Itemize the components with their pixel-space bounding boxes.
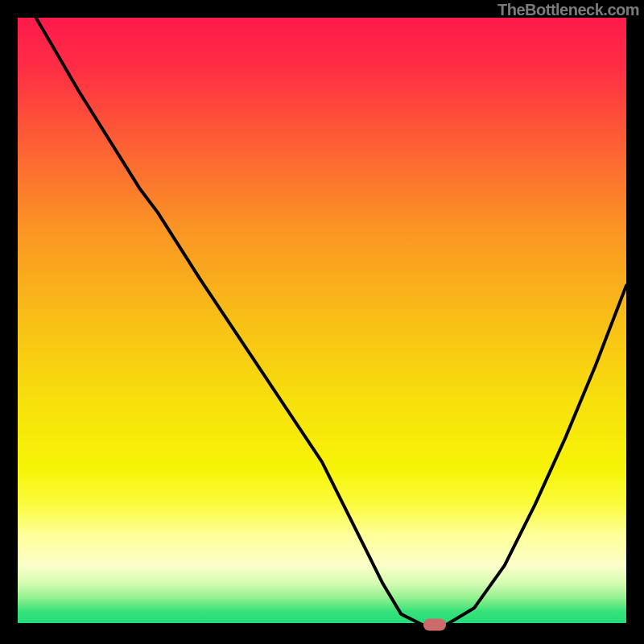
chart-canvas (18, 18, 626, 626)
attribution-label: TheBottleneck.com (497, 1, 639, 19)
optimal-marker (423, 619, 446, 631)
chart-frame (18, 18, 626, 626)
chart-background (18, 18, 626, 626)
